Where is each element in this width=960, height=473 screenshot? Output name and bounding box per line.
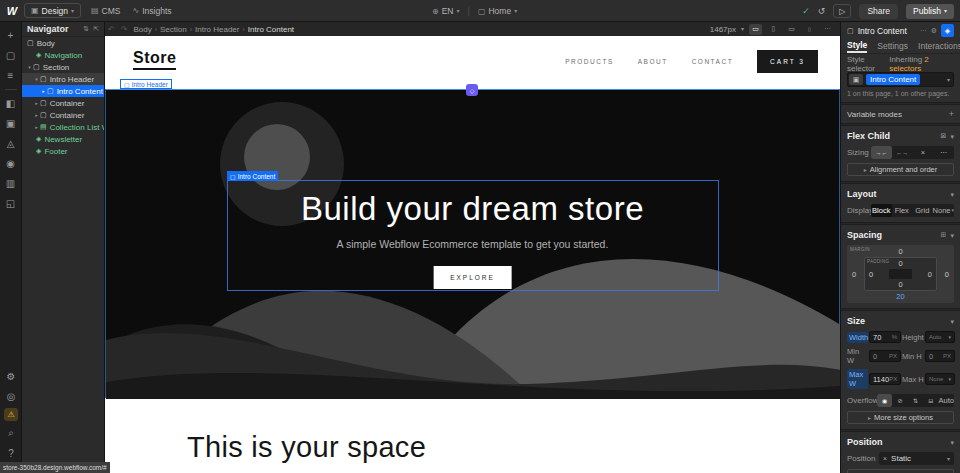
feedback-icon[interactable]: ◎ (3, 388, 19, 404)
tab-interactions[interactable]: Interactions (918, 39, 960, 53)
min-height-input[interactable]: 0PX (925, 350, 955, 362)
pin-icon[interactable]: ⇱ (93, 25, 99, 33)
intro-content-tag[interactable]: ▢ Intro Content (227, 171, 278, 181)
display-grid-option[interactable]: Grid (912, 204, 933, 217)
pages-icon[interactable]: ▢ (3, 47, 19, 63)
sizing-more-icon[interactable]: ⋯ (933, 146, 954, 159)
cart-button[interactable]: CART 3 (757, 50, 818, 73)
chevron-down-icon[interactable]: ▾ (947, 77, 950, 83)
undo-icon[interactable]: ↶ (108, 25, 115, 34)
page-selector[interactable]: ▢ Home ▾ (478, 6, 517, 16)
chevron-down-icon[interactable]: ▾ (950, 439, 954, 446)
chevron-down-icon[interactable]: ▾ (26, 64, 33, 70)
tree-item-footer[interactable]: ◈ Footer (22, 145, 104, 157)
overflow-clip-icon[interactable]: ⊟ (923, 394, 938, 407)
store-logo[interactable]: Store (133, 49, 176, 70)
tree-item-navigation[interactable]: ◈ Navigation (22, 49, 104, 61)
next-section-heading[interactable]: This is your space (187, 431, 426, 464)
tree-item-intro-header[interactable]: ▾ ▢ Intro Header (22, 73, 104, 85)
alignment-order-button[interactable]: ▸ Alignment and order (847, 163, 954, 176)
history-icon[interactable]: ↺ (818, 6, 826, 16)
breakpoint-more-icon[interactable]: ⋯ (821, 24, 834, 35)
search-icon[interactable]: ⌕ (3, 425, 19, 441)
display-block-option[interactable]: Block (871, 204, 892, 217)
chevron-down-icon[interactable]: ▾ (950, 191, 954, 198)
margin-left-value[interactable]: 0 (852, 270, 856, 279)
canvas-width-value[interactable]: 1467px (710, 25, 736, 34)
width-input[interactable]: 70% (869, 331, 901, 343)
max-width-input[interactable]: 1140PX (869, 373, 901, 385)
overflow-auto-option[interactable]: Auto (939, 394, 954, 407)
chevron-down-icon[interactable]: ▾ (950, 133, 954, 140)
tree-item-body[interactable]: ▢ Body (22, 37, 104, 49)
collapse-all-icon[interactable]: ⇅ (83, 25, 89, 33)
sizing-shrink-icon[interactable]: →← (871, 146, 892, 159)
marketplace-icon[interactable]: ◱ (3, 195, 19, 211)
preview-icon[interactable]: ▷ (833, 4, 851, 18)
spacing-settings-icon[interactable]: ⊞ (941, 231, 947, 239)
tree-item-collection-list[interactable]: ▸ ▤ Collection List Wra... (22, 121, 104, 133)
chevron-right-icon[interactable]: ▸ (33, 112, 40, 118)
tab-settings[interactable]: Settings (877, 39, 908, 53)
cms-button[interactable]: ▤ CMS (91, 6, 120, 16)
nav-link-products[interactable]: PRODUCTS (565, 58, 613, 65)
settings-icon[interactable]: ⚙ (3, 368, 19, 384)
position-dropdown[interactable]: × Static ▾ (879, 452, 954, 465)
insights-button[interactable]: ∿ Insights (133, 6, 172, 16)
height-input[interactable]: Auto▾ (925, 331, 955, 343)
audit-icon[interactable]: ⚠ (4, 408, 18, 421)
chevron-right-icon[interactable]: ▸ (40, 88, 47, 94)
chevron-down-icon[interactable]: ▾ (33, 76, 40, 82)
tree-item-intro-content[interactable]: ▸ ▢ Intro Content (22, 85, 104, 97)
add-element-icon[interactable]: + (3, 27, 19, 43)
intro-header-tag[interactable]: ▢ Intro Header (120, 79, 172, 89)
padding-top-value[interactable]: 0 (898, 259, 902, 268)
chevron-down-icon[interactable]: ▾ (950, 232, 954, 239)
flex-child-badge-icon[interactable]: ⊠ (941, 132, 947, 140)
intro-content-selection[interactable] (227, 180, 719, 291)
tree-item-newsletter[interactable]: ◈ Newsletter (22, 133, 104, 145)
ai-assistant-icon[interactable]: ◈ (941, 24, 954, 37)
breadcrumb-body[interactable]: Body (133, 25, 151, 34)
help-icon[interactable]: ? (3, 445, 19, 461)
min-width-unit[interactable]: PX (889, 353, 897, 359)
sizing-none-icon[interactable]: × (913, 146, 934, 159)
add-variable-mode-icon[interactable]: + (949, 109, 954, 119)
overflow-visible-icon[interactable]: ◉ (877, 394, 892, 407)
display-none-option[interactable]: None ▾ (933, 204, 954, 217)
breadcrumb-intro-header[interactable]: Intro Header (195, 25, 239, 34)
nav-link-about[interactable]: ABOUT (638, 58, 668, 65)
margin-bottom-value[interactable]: 20 (896, 292, 904, 301)
padding-bottom-value[interactable]: 0 (898, 280, 902, 289)
max-width-unit[interactable]: PX (889, 376, 897, 382)
min-width-input[interactable]: 0PX (869, 350, 901, 362)
class-selector-input[interactable]: ▣ Intro Content ▾ (847, 72, 954, 87)
breadcrumb-section[interactable]: Section (160, 25, 187, 34)
margin-right-value[interactable]: 0 (945, 270, 949, 279)
assets-icon[interactable]: ▣ (3, 115, 19, 131)
selector-state-icon[interactable]: ▣ (849, 74, 863, 85)
padding-right-value[interactable]: 0 (928, 270, 932, 279)
overflow-hidden-icon[interactable]: ⊘ (892, 394, 907, 407)
sizing-grow-icon[interactable]: ←→ (892, 146, 913, 159)
nav-link-contact[interactable]: CONTACT (692, 58, 733, 65)
overflow-scroll-icon[interactable]: ⇅ (908, 394, 923, 407)
breakpoint-tablet-icon[interactable]: ▯ (767, 24, 780, 35)
padding-left-value[interactable]: 0 (869, 270, 873, 279)
intro-header-section[interactable]: ▢ Intro Content Build your dream store A… (105, 89, 840, 398)
navigator-icon[interactable]: ≡ (3, 67, 19, 83)
tree-item-container[interactable]: ▸ ▢ Container (22, 109, 104, 121)
min-height-unit[interactable]: PX (943, 353, 951, 359)
class-pill[interactable]: Intro Content (866, 74, 920, 85)
more-size-options-button[interactable]: ▸ More size options (847, 411, 954, 424)
publish-button[interactable]: Publish ▾ (906, 4, 954, 19)
spacing-handle[interactable]: ◇ (466, 84, 478, 96)
breadcrumb-intro-content[interactable]: Intro Content (248, 25, 294, 34)
tab-style[interactable]: Style (847, 39, 867, 53)
design-mode-button[interactable]: ▣ Design ▾ (24, 3, 81, 18)
integrations-icon[interactable]: ◬ (3, 135, 19, 151)
element-settings-icon[interactable]: ⚙ (931, 27, 937, 35)
breakpoint-desktop-icon[interactable]: ▭ (749, 24, 762, 35)
webflow-logo-icon[interactable]: W (0, 0, 24, 22)
libraries-icon[interactable]: ▥ (3, 175, 19, 191)
